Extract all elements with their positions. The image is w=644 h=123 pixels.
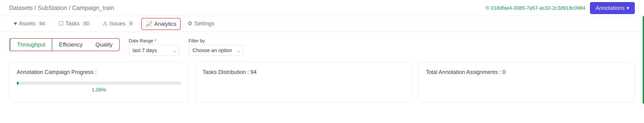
filter-by-select[interactable]: Choose an option [188,45,244,56]
tab-assets-badge: 94 [37,21,47,27]
tab-settings[interactable]: ⚙ Settings [183,16,219,32]
date-range-select[interactable]: last 7 days last 30 days last 90 days Cu… [129,45,180,56]
filter-by-label-text: Filter by [188,38,205,43]
top-right: ⎘ 018dfae4-3085-7a57-ac32-2c3d918c0984 A… [486,2,635,14]
nav-tabs: ♥ Assets 94 ☐ Tasks 93 ⚠ Issues 9 📈 Anal… [0,16,644,32]
dataset-id[interactable]: ⎘ 018dfae4-3085-7a57-ac32-2c3d918c0984 [486,5,585,11]
chevron-down-icon: ▾ [626,5,629,11]
copy-icon: ⎘ [486,5,489,11]
content-area: Throughput Efficiency Quality Date Range… [0,32,644,109]
green-bar-accent [642,16,644,104]
settings-icon: ⚙ [188,20,192,27]
metric-tab-quality-label: Quality [96,42,113,48]
annotation-assignments-card: Total Annotation Assignments : 0 [418,62,635,102]
breadcrumb-sep2: / [69,4,72,11]
annotation-assignments-title: Total Annotation Assignments : 0 [426,69,627,75]
date-range-select-wrapper: last 7 days last 30 days last 90 days Cu… [129,45,180,56]
breadcrumb-campaign: Campaign_train [72,4,114,11]
metric-tab-throughput-label: Throughput [17,42,45,48]
annotations-button-label: Annotations [596,5,625,11]
tab-settings-label: Settings [194,20,214,27]
filter-by-select-wrapper: Choose an option [188,45,244,56]
progress-label: 1.06% [17,87,181,93]
annotations-button[interactable]: Annotations ▾ [590,2,635,14]
date-range-label: Date Range * [129,38,180,44]
metric-tab-efficiency-label: Efficiency [59,42,82,48]
cards-row: Annotation Campaign Progress : 1.06% Tas… [9,62,635,102]
progress-bar-fill [17,82,19,84]
date-range-filter-group: Date Range * last 7 days last 30 days la… [129,38,180,56]
tab-assets[interactable]: ♥ Assets 94 [9,16,52,32]
breadcrumb-substation: SubStation [38,4,67,11]
tab-analytics[interactable]: 📈 Analytics [142,18,180,30]
tab-tasks[interactable]: ☐ Tasks 93 [54,16,96,32]
metric-tabs: Throughput Efficiency Quality [9,38,120,51]
assets-icon: ♥ [14,20,17,27]
tab-issues-badge: 9 [128,21,134,27]
metric-tab-quality[interactable]: Quality [89,39,119,51]
date-range-required: * [154,38,156,43]
tasks-distribution-title: Tasks Distribution : 94 [203,69,404,75]
metric-tab-efficiency[interactable]: Efficiency [53,39,89,51]
tasks-distribution-card: Tasks Distribution : 94 [195,62,412,102]
top-bar: Datasets / SubStation / Campaign_train ⎘… [0,0,644,16]
metric-tab-throughput[interactable]: Throughput [10,38,52,51]
tab-issues-label: Issues [110,20,125,27]
tab-assets-label: Assets [19,20,36,27]
tab-analytics-label: Analytics [154,21,176,27]
progress-card: Annotation Campaign Progress : 1.06% [9,62,188,102]
breadcrumb-datasets: Datasets [9,4,33,11]
issues-icon: ⚠ [102,20,108,27]
filter-by-group: Filter by Choose an option [188,38,244,56]
filters-row: Throughput Efficiency Quality Date Range… [9,38,635,56]
progress-card-title: Annotation Campaign Progress : [17,69,181,75]
breadcrumb: Datasets / SubStation / Campaign_train [9,4,114,12]
breadcrumb-sep1: / [34,4,38,11]
filter-by-label: Filter by [188,38,244,44]
tab-tasks-label: Tasks [66,20,80,27]
analytics-icon: 📈 [146,21,152,27]
dataset-id-text: 018dfae4-3085-7a57-ac32-2c3d918c0984 [491,5,585,11]
date-range-label-text: Date Range [129,38,154,43]
tab-issues[interactable]: ⚠ Issues 9 [98,16,139,32]
tasks-icon: ☐ [59,20,64,27]
progress-bar-bg [17,82,181,84]
page-wrapper: Datasets / SubStation / Campaign_train ⎘… [0,0,644,109]
tab-tasks-badge: 93 [82,21,91,27]
progress-bar-wrapper: 1.06% [17,82,181,93]
